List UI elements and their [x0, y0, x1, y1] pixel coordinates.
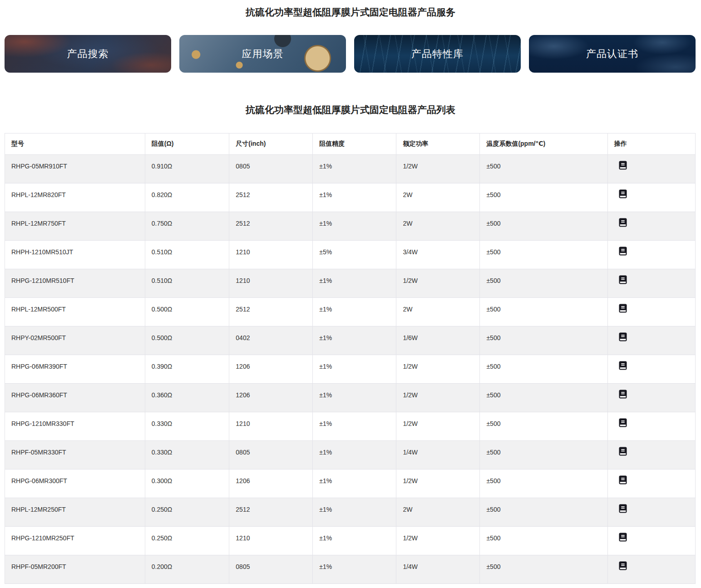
cell-tolerance: ±1%	[313, 212, 396, 241]
cell-size: 0402	[229, 326, 313, 355]
service-page-title: 抗硫化功率型超低阻厚膜片式固定电阻器产品服务	[0, 6, 701, 19]
cell-action	[607, 241, 695, 269]
book-icon	[619, 475, 627, 484]
book-icon	[619, 161, 627, 170]
table-row: RHPL-12MR820FT0.820Ω2512±1%2W±500	[5, 183, 696, 212]
cell-temp-coefficient: ±500	[480, 326, 607, 355]
banner-product-certificates[interactable]: 产品认证书	[529, 35, 696, 73]
column-header-action: 操作	[607, 133, 695, 155]
cell-rated-power: 2W	[396, 298, 480, 326]
cell-tolerance: ±1%	[313, 155, 396, 183]
banner-product-characteristics[interactable]: 产品特性库	[354, 35, 521, 73]
cell-temp-coefficient: ±500	[480, 527, 607, 555]
cell-model: RHPF-05MR330FT	[5, 441, 145, 469]
cell-resistance: 0.820Ω	[145, 183, 229, 212]
cell-action	[607, 298, 695, 326]
cell-resistance: 0.200Ω	[145, 555, 229, 584]
cell-model: RHPL-12MR820FT	[5, 183, 145, 212]
view-detail-button[interactable]	[619, 218, 627, 227]
cell-tolerance: ±1%	[313, 326, 396, 355]
cell-rated-power: 1/2W	[396, 469, 480, 498]
cell-size: 0805	[229, 441, 313, 469]
book-icon	[619, 304, 627, 313]
table-row: RHPL-12MR250FT0.250Ω2512±1%2W±500	[5, 498, 696, 527]
cell-temp-coefficient: ±500	[480, 441, 607, 469]
cell-action	[607, 212, 695, 241]
book-icon	[619, 218, 627, 227]
cell-model: RHPG-05MR910FT	[5, 155, 145, 183]
view-detail-button[interactable]	[619, 304, 627, 313]
column-header-size: 尺寸(inch)	[229, 133, 313, 155]
view-detail-button[interactable]	[619, 561, 627, 570]
cell-temp-coefficient: ±500	[480, 269, 607, 298]
cell-action	[607, 498, 695, 527]
banner-product-search[interactable]: 产品搜索	[5, 35, 171, 73]
cell-rated-power: 1/2W	[396, 384, 480, 412]
view-detail-button[interactable]	[619, 332, 627, 341]
table-row: RHPG-1210MR510FT0.510Ω1210±1%1/2W±500	[5, 269, 696, 298]
banner-label: 产品特性库	[411, 47, 464, 61]
column-header-model: 型号	[5, 133, 145, 155]
view-detail-button[interactable]	[619, 361, 627, 370]
banner-application-scenarios[interactable]: 应用场景	[179, 35, 346, 73]
cell-rated-power: 2W	[396, 183, 480, 212]
table-row: RHPG-06MR300FT0.300Ω1206±1%1/2W±500	[5, 469, 696, 498]
cell-temp-coefficient: ±500	[480, 355, 607, 384]
cell-resistance: 0.500Ω	[145, 326, 229, 355]
cell-tolerance: ±1%	[313, 298, 396, 326]
book-icon	[619, 332, 627, 341]
book-icon	[619, 247, 627, 256]
cell-model: RHPG-1210MR330FT	[5, 412, 145, 441]
cell-tolerance: ±1%	[313, 183, 396, 212]
cell-resistance: 0.300Ω	[145, 469, 229, 498]
view-detail-button[interactable]	[619, 275, 627, 284]
cell-action	[607, 412, 695, 441]
cell-size: 2512	[229, 183, 313, 212]
view-detail-button[interactable]	[619, 390, 627, 399]
book-icon	[619, 275, 627, 284]
cell-rated-power: 1/2W	[396, 412, 480, 441]
cell-rated-power: 1/4W	[396, 555, 480, 584]
cell-model: RHPL-12MR750FT	[5, 212, 145, 241]
view-detail-button[interactable]	[619, 189, 627, 198]
cell-model: RHPG-1210MR250FT	[5, 527, 145, 555]
cell-rated-power: 2W	[396, 212, 480, 241]
cell-temp-coefficient: ±500	[480, 298, 607, 326]
view-detail-button[interactable]	[619, 447, 627, 456]
cell-size: 1206	[229, 355, 313, 384]
table-row: RHPY-02MR500FT0.500Ω0402±1%1/6W±500	[5, 326, 696, 355]
cell-rated-power: 3/4W	[396, 241, 480, 269]
table-header-row: 型号 阻值(Ω) 尺寸(inch) 阻值精度 额定功率 温度系数值(ppm/℃)…	[5, 133, 696, 155]
cell-size: 1206	[229, 384, 313, 412]
product-table: 型号 阻值(Ω) 尺寸(inch) 阻值精度 额定功率 温度系数值(ppm/℃)…	[5, 133, 696, 584]
cell-resistance: 0.500Ω	[145, 298, 229, 326]
cell-tolerance: ±1%	[313, 469, 396, 498]
view-detail-button[interactable]	[619, 504, 627, 513]
column-header-tolerance: 阻值精度	[313, 133, 396, 155]
cell-temp-coefficient: ±500	[480, 212, 607, 241]
table-row: RHPG-1210MR330FT0.330Ω1210±1%1/2W±500	[5, 412, 696, 441]
table-row: RHPG-1210MR250FT0.250Ω1210±1%1/2W±500	[5, 527, 696, 555]
view-detail-button[interactable]	[619, 247, 627, 256]
cell-rated-power: 1/2W	[396, 155, 480, 183]
banner-nav: 产品搜索 应用场景 产品特性库 产品认证书	[5, 35, 696, 73]
cell-size: 1206	[229, 469, 313, 498]
cell-model: RHPG-06MR300FT	[5, 469, 145, 498]
view-detail-button[interactable]	[619, 418, 627, 427]
cell-temp-coefficient: ±500	[480, 183, 607, 212]
cell-temp-coefficient: ±500	[480, 469, 607, 498]
cell-temp-coefficient: ±500	[480, 412, 607, 441]
view-detail-button[interactable]	[619, 161, 627, 170]
book-icon	[619, 533, 627, 542]
column-header-temp-coefficient: 温度系数值(ppm/℃)	[480, 133, 607, 155]
view-detail-button[interactable]	[619, 475, 627, 484]
column-header-resistance: 阻值(Ω)	[145, 133, 229, 155]
view-detail-button[interactable]	[619, 533, 627, 542]
cell-temp-coefficient: ±500	[480, 241, 607, 269]
cell-size: 0805	[229, 155, 313, 183]
cell-tolerance: ±5%	[313, 241, 396, 269]
table-row: RHPH-1210MR510JT0.510Ω1210±5%3/4W±500	[5, 241, 696, 269]
cell-model: RHPL-12MR500FT	[5, 298, 145, 326]
cell-resistance: 0.330Ω	[145, 441, 229, 469]
cell-size: 1210	[229, 241, 313, 269]
